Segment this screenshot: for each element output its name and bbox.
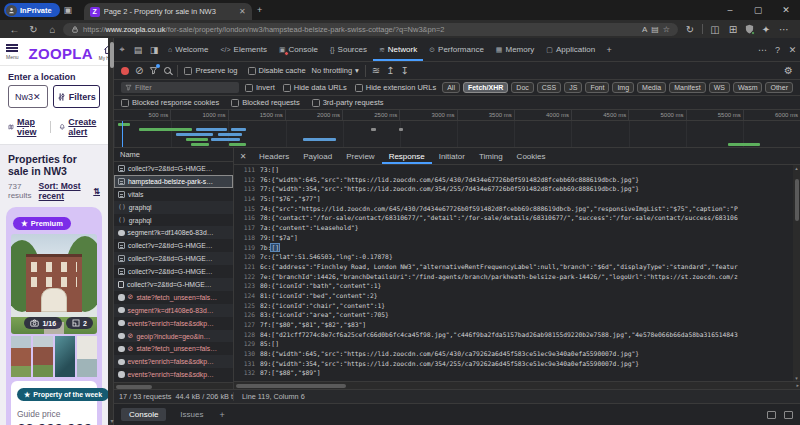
menu-button[interactable]: Menu — [6, 43, 19, 60]
scroll-down-icon[interactable]: ▾ — [108, 417, 116, 424]
thumbnail[interactable] — [77, 336, 97, 377]
photo-count-badge[interactable]: 1/16 — [24, 317, 62, 329]
type-filter-media[interactable]: Media — [637, 82, 666, 93]
request-row[interactable]: collect?v=2&tid=G-HMGE… — [114, 265, 233, 278]
request-row[interactable]: segment?k=df1408e6-83d… — [114, 304, 233, 317]
panel-tab-application[interactable]: ▢Application — [540, 38, 601, 61]
request-row[interactable]: collect?v=2&tid=G-HMGE… — [114, 162, 233, 175]
scrollbar-thumb[interactable] — [110, 42, 114, 68]
throttling-select[interactable]: No throttling▾ — [312, 66, 359, 75]
type-filter-css[interactable]: CSS — [537, 82, 561, 93]
type-filter-font[interactable]: Font — [585, 82, 609, 93]
split-screen-icon[interactable]: ◫ — [709, 24, 721, 35]
import-har-icon[interactable]: ↥ — [386, 66, 394, 76]
panel-tab-memory[interactable]: ▦Memory — [490, 38, 541, 61]
filters-button[interactable]: Filters — [53, 85, 100, 108]
dock-side-icon[interactable]: ◨ — [146, 45, 162, 55]
record-button[interactable] — [121, 67, 129, 75]
inspect-icon[interactable]: ⌖ — [114, 44, 130, 55]
tab-close-icon[interactable]: ✕ — [239, 7, 246, 16]
request-row[interactable]: ()graphql — [114, 201, 233, 214]
checkbox-blocked-requests[interactable]: Blocked requests — [231, 98, 300, 107]
request-row[interactable]: vitals — [114, 188, 233, 201]
name-column-header[interactable]: Name — [114, 148, 233, 162]
request-row[interactable]: ⊘state?fetch_unseen=fals… — [114, 342, 233, 355]
tab-actions-icon[interactable]: ▣ — [60, 0, 76, 20]
filter-toggle-icon[interactable] — [149, 66, 158, 75]
detail-tab-timing[interactable]: Timing — [472, 148, 510, 164]
request-row[interactable]: ⊘geoip?include=geo&in… — [114, 330, 233, 343]
request-row[interactable]: segment?k=df1408e6-83d… — [114, 226, 233, 239]
filter-input[interactable]: Filter — [121, 82, 239, 93]
adblock-extension-icon[interactable] — [745, 24, 754, 34]
devtools-more-icon[interactable]: ⋯ — [755, 45, 770, 55]
checkbox-hide-extension-urls[interactable]: Hide extension URLs — [355, 83, 436, 92]
response-vscrollbar[interactable]: ▴ ▾ — [793, 165, 800, 381]
clear-icon[interactable]: ⊘ — [135, 66, 143, 76]
url-field[interactable]: https://www.zoopla.co.uk/for-sale/proper… — [63, 23, 678, 36]
detail-tab-preview[interactable]: Preview — [339, 148, 381, 164]
property-card[interactable]: ★Premium — [6, 207, 102, 425]
devtools-help-icon[interactable]: ? — [770, 45, 785, 55]
browser-tab[interactable]: Z Page 2 - Property for sale in NW3 ✕ — [84, 3, 252, 20]
create-alert-link[interactable]: Create alert — [59, 117, 100, 137]
type-filter-ws[interactable]: WS — [709, 82, 730, 93]
close-window-button[interactable]: ✕ — [772, 0, 800, 20]
network-conditions-icon[interactable]: ≋ — [372, 66, 380, 76]
panel-tab-console[interactable]: ▣Console — [273, 38, 324, 61]
minimize-button[interactable]: – — [716, 0, 744, 20]
request-row[interactable]: ⊘state?fetch_unseen=fals… — [114, 291, 233, 304]
property-photo[interactable]: 1/16 2 — [11, 234, 97, 334]
add-panel-button[interactable]: + — [601, 38, 617, 61]
maximize-button[interactable]: ▢ — [744, 0, 772, 20]
detail-tab-headers[interactable]: Headers — [252, 148, 296, 164]
drawer-tab-console[interactable]: Console — [121, 408, 166, 421]
network-overview-timeline[interactable]: 500 ms1000 ms1500 ms2000 ms2500 ms3000 m… — [114, 110, 800, 148]
type-filter-manifest[interactable]: Manifest — [669, 82, 705, 93]
detail-tab-payload[interactable]: Payload — [296, 148, 339, 164]
read-aloud-icon[interactable]: A — [642, 25, 647, 34]
location-input[interactable]: Nw3 ✕ — [8, 85, 48, 108]
drawer-tool-icon[interactable] — [784, 411, 793, 419]
detail-tab-response[interactable]: Response — [382, 148, 432, 164]
export-har-icon[interactable]: ↧ — [401, 66, 409, 76]
add-drawer-tab-button[interactable]: + — [219, 410, 224, 420]
request-row[interactable]: collect?v=2&tid=G-HMGE… — [114, 252, 233, 265]
search-icon[interactable] — [164, 67, 171, 74]
favorite-star-icon[interactable]: ☆ — [663, 25, 670, 34]
feedback-icon[interactable] — [767, 411, 776, 419]
detail-tab-initiator[interactable]: Initiator — [432, 148, 472, 164]
scrollbar-thumb[interactable] — [116, 385, 152, 389]
scrollbar-thumb[interactable] — [795, 179, 799, 221]
type-filter-all[interactable]: All — [442, 82, 460, 93]
thumbnail[interactable] — [55, 336, 75, 377]
checkbox-invert[interactable]: Invert — [245, 83, 275, 92]
panel-tab-elements[interactable]: </>Elements — [214, 38, 272, 61]
drawer-tab-issues[interactable]: Issues — [172, 408, 211, 421]
close-detail-icon[interactable]: ✕ — [234, 148, 252, 164]
device-toolbar-icon[interactable]: ▤ — [130, 45, 146, 55]
floorplan-badge[interactable]: 2 — [66, 317, 93, 329]
devtools-close-icon[interactable]: ✕ — [785, 45, 800, 55]
request-row[interactable]: collect?v=2&tid=G-HMGE… — [114, 278, 233, 291]
thumbnail[interactable] — [11, 336, 31, 377]
network-settings-gear-icon[interactable]: ⚙ — [784, 66, 793, 76]
zoopla-logo[interactable]: zoopla — [29, 45, 93, 62]
map-view-link[interactable]: Map view — [8, 117, 41, 137]
type-filter-doc[interactable]: Doc — [511, 82, 533, 93]
thumbnail[interactable] — [33, 336, 53, 377]
response-code[interactable]: 73:[]76:{"width":645,"src":"https://lid.… — [260, 165, 800, 381]
request-row[interactable]: collect?v=2&tid=G-HMGE… — [114, 239, 233, 252]
nav-item-my-home[interactable]: My Home — [99, 44, 108, 61]
panel-tab-network[interactable]: ≋Network — [373, 38, 423, 61]
type-filter-fetch-xhr[interactable]: Fetch/XHR — [463, 82, 508, 93]
request-row[interactable]: events?enrich=false&sdkp… — [114, 355, 233, 368]
request-row[interactable]: events?enrich=false&sdkp… — [114, 368, 233, 381]
panel-tab-performance[interactable]: ⊙Performance — [423, 38, 490, 61]
scroll-up-icon[interactable]: ▴ — [793, 165, 800, 171]
type-filter-img[interactable]: Img — [612, 82, 634, 93]
checkbox-disable-cache[interactable]: Disable cache — [248, 66, 306, 75]
type-filter-js[interactable]: JS — [564, 82, 582, 93]
panel-tab-sources[interactable]: {}Sources — [324, 38, 373, 61]
request-list-hscrollbar[interactable] — [114, 382, 233, 389]
